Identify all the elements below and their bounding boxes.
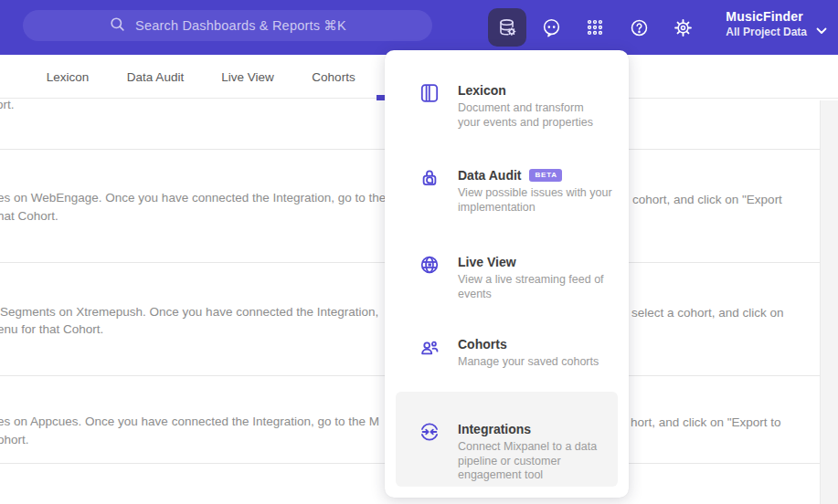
menu-item-title: Live View [458, 254, 516, 270]
menu-item-integrations[interactable]: Integrations Connect Mixpanel to a data … [419, 421, 618, 483]
tab-live-view[interactable]: Live View [221, 55, 274, 99]
menu-item-title: Cohorts [458, 336, 507, 352]
beta-badge: BETA [529, 169, 561, 182]
integration-arrows-icon [419, 421, 440, 443]
feedback-button[interactable] [532, 8, 570, 47]
help-icon [629, 17, 650, 38]
vertical-scrollbar[interactable] [820, 100, 838, 504]
tab-lexicon[interactable]: Lexicon [47, 55, 90, 99]
content-text: hort, and click on "Export to [631, 415, 781, 429]
globe-icon [419, 254, 440, 276]
menu-item-description: Manage your saved cohorts [458, 355, 599, 370]
help-button[interactable] [620, 8, 658, 47]
data-management-button[interactable] [488, 8, 526, 47]
app-window: ort. es on WebEngage. Once you have conn… [0, 0, 838, 504]
tab-cohorts[interactable]: Cohorts [312, 55, 355, 99]
menu-item-data-audit[interactable]: Data Audit BETA View possible issues wit… [419, 167, 618, 215]
audit-lock-icon [419, 167, 440, 189]
settings-button[interactable] [663, 8, 702, 47]
content-text: cohort, and click on "Export [632, 193, 782, 206]
menu-item-live-view[interactable]: Live View View a live streaming feed of … [419, 254, 618, 301]
top-app-bar: Search Dashboards & Reports ⌘K [0, 0, 838, 55]
menu-item-description: View a live streaming feed of events [458, 273, 604, 301]
book-icon [419, 82, 440, 104]
apps-grid-button[interactable] [576, 8, 614, 47]
tab-data-audit[interactable]: Data Audit [127, 55, 184, 99]
content-text: hat Cohort. [0, 209, 58, 223]
menu-item-title: Integrations [458, 421, 531, 437]
content-text: ort. [0, 98, 15, 111]
content-text: es on WebEngage. Once you have connected… [0, 191, 386, 205]
menu-item-title: Data Audit [458, 167, 521, 184]
content-text: enu for that Cohort. [0, 322, 103, 336]
menu-item-description: Document and transform your events and p… [458, 101, 593, 130]
project-name: MusicFinder [726, 9, 807, 24]
menu-item-description: View possible issues with your implement… [458, 186, 612, 215]
menu-item-cohorts[interactable]: Cohorts Manage your saved cohorts [419, 336, 618, 370]
menu-item-description: Connect Mixpanel to a data pipeline or c… [458, 440, 597, 483]
search-placeholder: Search Dashboards & Reports ⌘K [135, 18, 346, 33]
feedback-icon [541, 17, 562, 38]
project-subtitle: All Project Data [726, 26, 807, 38]
project-selector[interactable]: MusicFinder All Project Data [726, 9, 807, 38]
people-icon [419, 336, 440, 358]
search-input[interactable]: Search Dashboards & Reports ⌘K [23, 10, 432, 41]
search-icon [109, 16, 126, 37]
apps-grid-icon [585, 17, 605, 37]
content-text: Segments on Xtremepush. Once you have co… [0, 305, 378, 319]
content-text: ohort. [0, 433, 29, 446]
menu-item-title: Lexicon [458, 82, 506, 99]
menu-item-lexicon[interactable]: Lexicon Document and transform your even… [419, 82, 618, 130]
active-tab-indicator [377, 95, 385, 100]
content-text: es on Appcues. Once you have connected t… [0, 415, 379, 428]
data-management-icon [496, 16, 518, 38]
data-management-menu: Lexicon Document and transform your even… [385, 50, 629, 498]
chevron-down-icon[interactable] [816, 22, 827, 38]
content-text: select a cohort, and click on [631, 306, 784, 320]
gear-icon [673, 17, 694, 38]
